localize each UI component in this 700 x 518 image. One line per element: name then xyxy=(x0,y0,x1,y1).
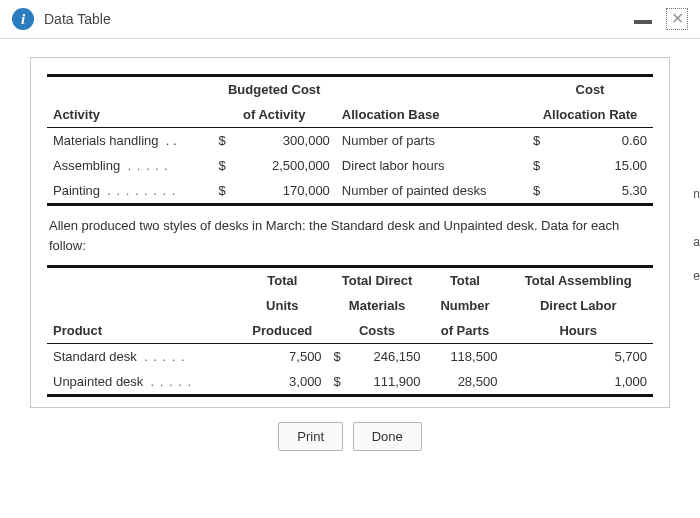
table-row: Painting $ 170,000 Number of painted des… xyxy=(47,178,653,205)
cost-value: 170,000 xyxy=(232,178,336,205)
cost-value: 2,500,000 xyxy=(232,153,336,178)
alloc-base: Direct labor hours xyxy=(336,153,527,178)
h2-parts-l2: Number xyxy=(427,293,504,318)
h2-mat-l1: Total Direct xyxy=(328,267,427,294)
alloc-base: Number of parts xyxy=(336,128,527,154)
table-row: Unpainted desk 3,000 $ 111,900 28,500 1,… xyxy=(47,369,653,396)
h2-units-l1: Total xyxy=(237,267,328,294)
currency-symbol: $ xyxy=(527,178,546,205)
print-button[interactable]: Print xyxy=(278,422,343,451)
h2-mat-l3: Costs xyxy=(328,318,427,344)
data-card: Budgeted Cost Cost Activity of Activity … xyxy=(30,57,670,408)
materials-value: 246,150 xyxy=(347,344,427,370)
done-button[interactable]: Done xyxy=(353,422,422,451)
button-row: Print Done xyxy=(24,422,676,451)
info-icon: i xyxy=(12,8,34,30)
hdr-budgeted: Budgeted Cost xyxy=(213,76,336,103)
currency-symbol: $ xyxy=(213,128,232,154)
h2-mat-l2: Materials xyxy=(328,293,427,318)
h2-product: Product xyxy=(47,318,237,344)
dlh-value: 5,700 xyxy=(503,344,653,370)
h2-dlh-l3: Hours xyxy=(503,318,653,344)
product-name: Unpainted desk xyxy=(53,374,143,389)
dlh-value: 1,000 xyxy=(503,369,653,396)
rate-value: 5.30 xyxy=(546,178,653,205)
description-paragraph: Allen produced two styles of desks in Ma… xyxy=(49,216,651,255)
units-value: 7,500 xyxy=(237,344,328,370)
rate-value: 0.60 xyxy=(546,128,653,154)
activity-name: Painting xyxy=(53,183,100,198)
hdr-budgeted-sub: of Activity xyxy=(213,102,336,128)
currency-symbol: $ xyxy=(527,128,546,154)
product-name: Standard desk xyxy=(53,349,137,364)
h2-units-l2: Units xyxy=(237,293,328,318)
activity-cost-table: Budgeted Cost Cost Activity of Activity … xyxy=(47,74,653,206)
window-title: Data Table xyxy=(44,11,111,27)
h2-dlh-l2: Direct Labor xyxy=(503,293,653,318)
hdr-cost-sub: Allocation Rate xyxy=(527,102,653,128)
currency-symbol: $ xyxy=(527,153,546,178)
rate-value: 15.00 xyxy=(546,153,653,178)
activity-name: Assembling xyxy=(53,158,120,173)
alloc-base: Number of painted desks xyxy=(336,178,527,205)
parts-value: 28,500 xyxy=(427,369,504,396)
close-icon[interactable]: ✕ xyxy=(666,8,688,30)
hdr-activity: Activity xyxy=(47,102,213,128)
table-row: Materials handling . . $ 300,000 Number … xyxy=(47,128,653,154)
product-data-table: Total Total Direct Total Total Assemblin… xyxy=(47,265,653,397)
currency-symbol: $ xyxy=(213,153,232,178)
table-row: Standard desk 7,500 $ 246,150 118,500 5,… xyxy=(47,344,653,370)
h2-units-l3: Produced xyxy=(237,318,328,344)
h2-dlh-l1: Total Assembling xyxy=(503,267,653,294)
minimize-icon[interactable] xyxy=(634,20,652,24)
parts-value: 118,500 xyxy=(427,344,504,370)
currency-symbol: $ xyxy=(328,369,347,396)
hdr-alloc-base: Allocation Base xyxy=(336,102,527,128)
table-row: Assembling $ 2,500,000 Direct labor hour… xyxy=(47,153,653,178)
h2-parts-l1: Total xyxy=(427,267,504,294)
currency-symbol: $ xyxy=(328,344,347,370)
cost-value: 300,000 xyxy=(232,128,336,154)
units-value: 3,000 xyxy=(237,369,328,396)
materials-value: 111,900 xyxy=(347,369,427,396)
currency-symbol: $ xyxy=(213,178,232,205)
h2-parts-l3: of Parts xyxy=(427,318,504,344)
titlebar: i Data Table ✕ xyxy=(0,0,700,39)
activity-name: Materials handling xyxy=(53,133,159,148)
hdr-cost: Cost xyxy=(527,76,653,103)
